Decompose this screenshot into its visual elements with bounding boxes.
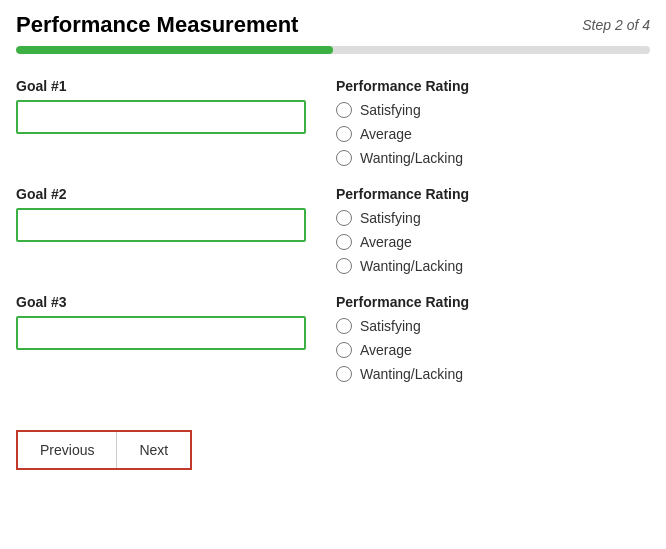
goal-1-input[interactable] [16,100,306,134]
performance-measurement-page: Performance Measurement Step 2 of 4 Goal… [0,0,666,549]
goal-left-2: Goal #2 [16,186,326,242]
radio-group-1: Satisfying Average Wanting/Lacking [336,102,650,166]
radio-label-3-satisfying: Satisfying [360,318,421,334]
radio-option-3-wanting[interactable]: Wanting/Lacking [336,366,650,382]
radio-label-2-satisfying: Satisfying [360,210,421,226]
next-button[interactable]: Next [117,432,190,468]
goal-1-label: Goal #1 [16,78,306,94]
goal-row-1: Goal #1 Performance Rating Satisfying Av… [16,78,650,166]
radio-option-2-satisfying[interactable]: Satisfying [336,210,650,226]
radio-label-1-wanting: Wanting/Lacking [360,150,463,166]
goal-row-2: Goal #2 Performance Rating Satisfying Av… [16,186,650,274]
goal-2-label: Goal #2 [16,186,306,202]
radio-label-2-wanting: Wanting/Lacking [360,258,463,274]
rating-label-2: Performance Rating [336,186,650,202]
page-title: Performance Measurement [16,12,298,38]
radio-option-3-average[interactable]: Average [336,342,650,358]
radio-input-2-average[interactable] [336,234,352,250]
radio-input-1-average[interactable] [336,126,352,142]
header-row: Performance Measurement Step 2 of 4 [16,12,650,38]
goal-left-1: Goal #1 [16,78,326,134]
radio-option-2-wanting[interactable]: Wanting/Lacking [336,258,650,274]
radio-input-1-wanting[interactable] [336,150,352,166]
goal-3-label: Goal #3 [16,294,306,310]
radio-option-3-satisfying[interactable]: Satisfying [336,318,650,334]
radio-option-1-average[interactable]: Average [336,126,650,142]
radio-input-3-wanting[interactable] [336,366,352,382]
goal-right-3: Performance Rating Satisfying Average Wa… [326,294,650,382]
progress-bar-fill [16,46,333,54]
step-indicator: Step 2 of 4 [582,17,650,33]
goal-2-input[interactable] [16,208,306,242]
goal-right-1: Performance Rating Satisfying Average Wa… [326,78,650,166]
rating-label-1: Performance Rating [336,78,650,94]
radio-input-2-satisfying[interactable] [336,210,352,226]
radio-option-1-wanting[interactable]: Wanting/Lacking [336,150,650,166]
radio-input-3-average[interactable] [336,342,352,358]
radio-option-2-average[interactable]: Average [336,234,650,250]
radio-option-1-satisfying[interactable]: Satisfying [336,102,650,118]
rating-label-3: Performance Rating [336,294,650,310]
radio-group-2: Satisfying Average Wanting/Lacking [336,210,650,274]
goals-section: Goal #1 Performance Rating Satisfying Av… [16,78,650,402]
radio-label-2-average: Average [360,234,412,250]
goal-row-3: Goal #3 Performance Rating Satisfying Av… [16,294,650,382]
footer-buttons: Previous Next [16,430,192,470]
previous-button[interactable]: Previous [18,432,117,468]
goal-3-input[interactable] [16,316,306,350]
radio-input-3-satisfying[interactable] [336,318,352,334]
goal-left-3: Goal #3 [16,294,326,350]
radio-label-3-average: Average [360,342,412,358]
radio-group-3: Satisfying Average Wanting/Lacking [336,318,650,382]
radio-label-3-wanting: Wanting/Lacking [360,366,463,382]
radio-label-1-satisfying: Satisfying [360,102,421,118]
radio-input-1-satisfying[interactable] [336,102,352,118]
radio-input-2-wanting[interactable] [336,258,352,274]
radio-label-1-average: Average [360,126,412,142]
progress-bar-container [16,46,650,54]
goal-right-2: Performance Rating Satisfying Average Wa… [326,186,650,274]
